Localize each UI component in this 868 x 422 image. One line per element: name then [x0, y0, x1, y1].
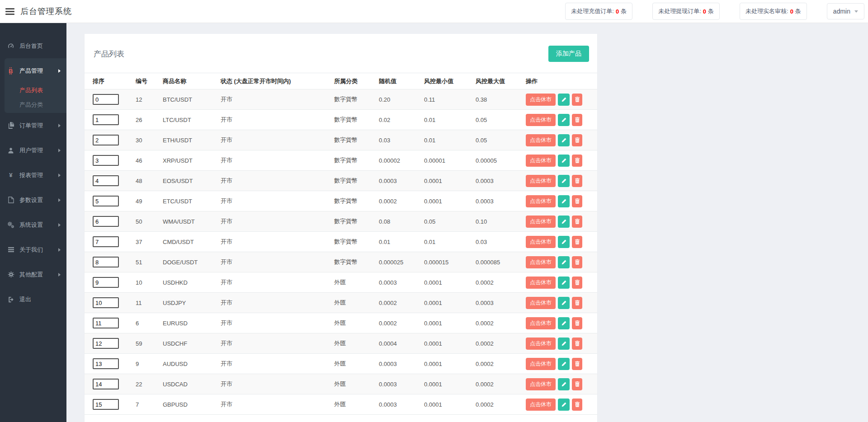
cell-risk_min: 0.000015: [424, 259, 448, 266]
edit-button[interactable]: [558, 256, 570, 268]
delete-button[interactable]: [572, 378, 582, 390]
sidebar-item-other[interactable]: 其他配置: [0, 262, 66, 287]
close-market-button[interactable]: 点击休市: [526, 256, 556, 268]
sort-order-input[interactable]: [93, 135, 119, 145]
stat-box-recharge[interactable]: 未处理充值订单:0条: [565, 3, 632, 20]
sidebar-item-products[interactable]: B产品管理: [5, 58, 66, 83]
edit-button[interactable]: [558, 236, 570, 248]
sidebar-item-label: 参数设置: [19, 196, 43, 204]
trash-icon: [575, 117, 580, 122]
sort-order-input[interactable]: [93, 379, 119, 389]
delete-button[interactable]: [572, 297, 582, 309]
edit-button[interactable]: [558, 378, 570, 390]
cell-name: USDCAD: [163, 381, 188, 388]
close-market-button[interactable]: 点击休市: [526, 134, 556, 146]
cell-id: 9: [136, 361, 139, 367]
delete-button[interactable]: [572, 338, 582, 350]
delete-button[interactable]: [572, 277, 582, 289]
sort-order-input[interactable]: [93, 94, 119, 105]
edit-button[interactable]: [558, 195, 570, 207]
sidebar-subitem-product-category[interactable]: 产品分类: [5, 98, 66, 112]
close-market-button[interactable]: 点击休市: [526, 338, 556, 350]
edit-button[interactable]: [558, 94, 570, 106]
edit-button[interactable]: [558, 338, 570, 350]
sort-order-input[interactable]: [93, 277, 119, 288]
sidebar-item-home[interactable]: 后台首页: [0, 33, 66, 58]
close-market-button[interactable]: 点击休市: [526, 297, 556, 309]
close-market-button[interactable]: 点击休市: [526, 378, 556, 390]
delete-button[interactable]: [572, 175, 582, 187]
close-market-button[interactable]: 点击休市: [526, 236, 556, 248]
edit-button[interactable]: [558, 155, 570, 167]
sort-order-input[interactable]: [93, 358, 119, 369]
sidebar-item-system[interactable]: 系统设置: [0, 212, 66, 237]
column-header: 操作: [526, 73, 597, 89]
sort-order-input[interactable]: [93, 257, 119, 267]
edit-button[interactable]: [558, 297, 570, 309]
delete-button[interactable]: [572, 155, 582, 167]
delete-button[interactable]: [572, 399, 582, 411]
close-market-button[interactable]: 点击休市: [526, 358, 556, 370]
sidebar-item-about[interactable]: 关于我们: [0, 237, 66, 262]
trash-icon: [575, 178, 580, 183]
cell-status: 开市: [221, 319, 232, 326]
cell-status: 开市: [221, 299, 232, 306]
add-product-button[interactable]: 添加产品: [548, 46, 589, 62]
delete-button[interactable]: [572, 134, 582, 146]
sort-order-input[interactable]: [93, 216, 119, 227]
edit-button[interactable]: [558, 114, 570, 126]
delete-button[interactable]: [572, 317, 582, 329]
sidebar-item-reports[interactable]: ¥报表管理: [0, 163, 66, 188]
close-market-button[interactable]: 点击休市: [526, 216, 556, 228]
sort-order-input[interactable]: [93, 318, 119, 328]
cell-category: 數字貨幣: [334, 157, 358, 164]
sidebar-item-orders[interactable]: 订单管理: [0, 113, 66, 138]
file-icon: [7, 197, 15, 203]
close-market-button[interactable]: 点击休市: [526, 155, 556, 167]
delete-button[interactable]: [572, 358, 582, 370]
delete-button[interactable]: [572, 114, 582, 126]
close-market-button[interactable]: 点击休市: [526, 277, 556, 289]
delete-button[interactable]: [572, 256, 582, 268]
chevron-right-icon: [58, 223, 61, 227]
hamburger-menu-icon[interactable]: [5, 7, 14, 16]
sort-order-input[interactable]: [93, 399, 119, 410]
edit-button[interactable]: [558, 399, 570, 411]
column-header: 状态 (大盘正常开市时间内): [221, 73, 334, 89]
cell-id: 37: [136, 239, 142, 245]
close-market-button[interactable]: 点击休市: [526, 317, 556, 329]
close-market-button[interactable]: 点击休市: [526, 94, 556, 106]
sort-order-input[interactable]: [93, 338, 119, 349]
sidebar-item-params[interactable]: 参数设置: [0, 188, 66, 212]
user-menu[interactable]: admin: [827, 3, 864, 19]
stat-box-withdraw[interactable]: 未处理提现订单:0条: [652, 3, 720, 20]
cell-name: CMD/USDT: [163, 239, 194, 245]
edit-button[interactable]: [558, 134, 570, 146]
sort-order-input[interactable]: [93, 114, 119, 125]
close-market-button[interactable]: 点击休市: [526, 175, 556, 187]
sort-order-input[interactable]: [93, 236, 119, 247]
delete-button[interactable]: [572, 236, 582, 248]
edit-button[interactable]: [558, 358, 570, 370]
sidebar-item-label: 报表管理: [19, 171, 43, 179]
sort-order-input[interactable]: [93, 175, 119, 186]
close-market-button[interactable]: 点击休市: [526, 399, 556, 411]
sort-order-input[interactable]: [93, 297, 119, 308]
stat-box-kyc[interactable]: 未处理实名审核:0条: [740, 3, 807, 20]
sidebar-subitem-product-list[interactable]: 产品列表: [5, 83, 66, 98]
delete-button[interactable]: [572, 216, 582, 228]
sidebar-item-users[interactable]: 用户管理: [0, 138, 66, 163]
edit-button[interactable]: [558, 216, 570, 228]
sort-order-input[interactable]: [93, 155, 119, 166]
cell-id: 22: [136, 381, 142, 388]
close-market-button[interactable]: 点击休市: [526, 114, 556, 126]
cell-random: 0.01: [379, 239, 390, 245]
close-market-button[interactable]: 点击休市: [526, 195, 556, 207]
delete-button[interactable]: [572, 195, 582, 207]
sort-order-input[interactable]: [93, 196, 119, 206]
edit-button[interactable]: [558, 175, 570, 187]
edit-button[interactable]: [558, 277, 570, 289]
sidebar-item-logout[interactable]: 退出: [0, 287, 66, 312]
delete-button[interactable]: [572, 94, 582, 106]
edit-button[interactable]: [558, 317, 570, 329]
